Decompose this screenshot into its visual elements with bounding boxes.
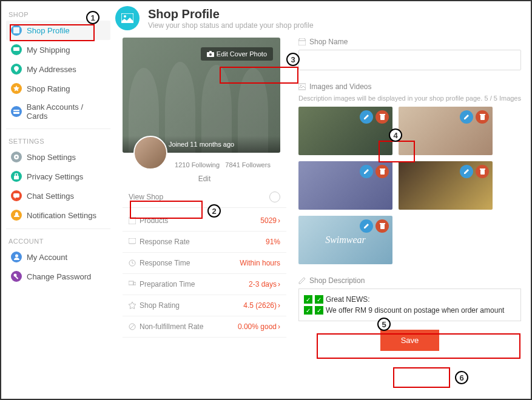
- user-icon: [11, 252, 22, 262]
- svg-rect-27: [380, 115, 385, 120]
- view-shop-link[interactable]: View Shop: [129, 193, 163, 201]
- shop-name-input[interactable]: [298, 50, 521, 70]
- svg-rect-32: [380, 168, 385, 170]
- section-title-shop: SHOP: [6, 6, 110, 21]
- stat-preparation-time[interactable]: Preparation Time2-3 days›: [123, 274, 286, 295]
- shop-description-input[interactable]: ✓✓ Great NEWS: ✓✓ We offer RM 9 discount…: [298, 288, 521, 321]
- svg-rect-17: [129, 217, 136, 224]
- shop-avatar[interactable]: [133, 136, 167, 170]
- nav-label: Shop Settings: [27, 153, 76, 162]
- nav-chat-settings[interactable]: Chat Settings: [6, 186, 110, 205]
- delete-thumb-button[interactable]: [375, 110, 389, 124]
- edit-thumb-button[interactable]: [360, 219, 373, 233]
- gear-icon: [11, 152, 22, 162]
- svg-point-9: [15, 255, 18, 258]
- chevron-right-icon: ›: [278, 301, 280, 310]
- svg-point-5: [16, 156, 18, 158]
- svg-rect-31: [380, 170, 385, 175]
- pencil-icon: [298, 277, 306, 284]
- edit-thumb-button[interactable]: [460, 165, 473, 178]
- page-header: Shop Profile View your shop status and u…: [115, 6, 526, 30]
- svg-rect-20: [129, 281, 133, 285]
- svg-rect-11: [15, 276, 19, 279]
- nav-label: Change Password: [27, 272, 91, 281]
- header-icon: [115, 6, 140, 30]
- nav-shop-rating[interactable]: Shop Rating: [6, 79, 110, 98]
- delete-thumb-button[interactable]: [476, 165, 489, 178]
- svg-rect-24: [298, 41, 306, 45]
- delete-thumb-button[interactable]: [375, 219, 389, 233]
- svg-rect-29: [480, 115, 485, 120]
- smiley-icon[interactable]: [269, 192, 280, 202]
- svg-rect-34: [480, 168, 485, 170]
- page-title: Shop Profile: [148, 7, 314, 21]
- shop-icon: [298, 38, 306, 45]
- stat-response-time: Response TimeWithin hours: [123, 253, 286, 274]
- check-icon: ✓: [315, 295, 323, 304]
- images-count: 5 / 5 Images: [484, 95, 521, 102]
- svg-rect-35: [380, 224, 385, 229]
- edit-cover-photo-button[interactable]: Edit Cover Photo: [201, 47, 273, 61]
- truck-icon: [11, 44, 22, 55]
- images-hint: Description images will be displayed in …: [298, 95, 482, 102]
- shop-description-label: Shop Description: [298, 276, 521, 285]
- nav-my-shipping[interactable]: My Shipping: [6, 40, 110, 59]
- svg-point-26: [300, 85, 301, 86]
- nav-change-password[interactable]: Change Password: [6, 267, 110, 286]
- thumbnail[interactable]: [298, 107, 392, 155]
- svg-rect-7: [15, 173, 18, 176]
- save-button[interactable]: Save: [380, 330, 440, 351]
- clock-icon: [129, 259, 136, 267]
- edit-thumb-button[interactable]: [460, 110, 473, 124]
- stat-non-fulfillment[interactable]: Non-fulfillment Rate0.00% good›: [123, 316, 286, 338]
- delete-thumb-button[interactable]: [375, 165, 389, 178]
- lock-icon: [11, 171, 22, 182]
- thumbnail[interactable]: [399, 107, 493, 155]
- nav-label: My Addresses: [27, 65, 76, 74]
- nav-privacy-settings[interactable]: Privacy Settings: [6, 167, 110, 186]
- nav-label: Shop Profile: [27, 26, 70, 35]
- stat-products[interactable]: Products5029›: [123, 210, 286, 232]
- thumbnail[interactable]: Swimwear: [298, 216, 392, 264]
- thumbnail[interactable]: [298, 161, 392, 210]
- nav-label: Privacy Settings: [27, 172, 83, 181]
- nav-notification-settings[interactable]: Notification Settings: [6, 205, 110, 225]
- nav-label: Bank Accounts / Cards: [27, 102, 106, 121]
- pin-icon: [11, 64, 22, 75]
- nav-my-account[interactable]: My Account: [6, 247, 110, 267]
- card-icon: [11, 106, 22, 117]
- svg-point-13: [124, 15, 126, 18]
- check-icon: ✓: [315, 306, 323, 315]
- edit-profile-button[interactable]: Edit: [123, 171, 286, 187]
- sidebar: SHOP Shop Profile My Shipping My Address…: [6, 6, 115, 394]
- image-thumbnails: Swimwear: [298, 107, 521, 264]
- nav-bank-accounts[interactable]: Bank Accounts / Cards: [6, 98, 110, 125]
- delete-thumb-button[interactable]: [476, 110, 489, 124]
- nav-label: My Shipping: [27, 45, 70, 55]
- truck-icon: [129, 281, 136, 288]
- check-icon: ✓: [304, 306, 312, 315]
- svg-rect-18: [129, 238, 136, 244]
- edit-thumb-button[interactable]: [360, 165, 373, 178]
- image-icon: [298, 83, 306, 90]
- photo-icon: [11, 25, 22, 36]
- edit-thumb-button[interactable]: [360, 110, 373, 124]
- thumbnail[interactable]: [399, 161, 493, 210]
- ban-icon: [129, 323, 136, 330]
- svg-rect-8: [13, 193, 19, 198]
- nav-shop-settings[interactable]: Shop Settings: [6, 147, 110, 167]
- svg-rect-25: [298, 84, 306, 90]
- svg-rect-1: [13, 47, 19, 51]
- camera-icon: [207, 51, 214, 57]
- star-icon: [129, 302, 136, 309]
- section-title-account: ACCOUNT: [6, 233, 110, 247]
- nav-my-addresses[interactable]: My Addresses: [6, 59, 110, 79]
- stat-shop-rating[interactable]: Shop Rating4.5 (2626)›: [123, 295, 286, 316]
- svg-rect-0: [13, 27, 19, 33]
- box-icon: [129, 217, 136, 224]
- svg-rect-36: [380, 223, 385, 224]
- nav-shop-profile[interactable]: Shop Profile: [6, 21, 110, 40]
- nav-label: Shop Rating: [27, 84, 70, 93]
- check-icon: ✓: [304, 295, 312, 304]
- svg-rect-33: [480, 170, 485, 175]
